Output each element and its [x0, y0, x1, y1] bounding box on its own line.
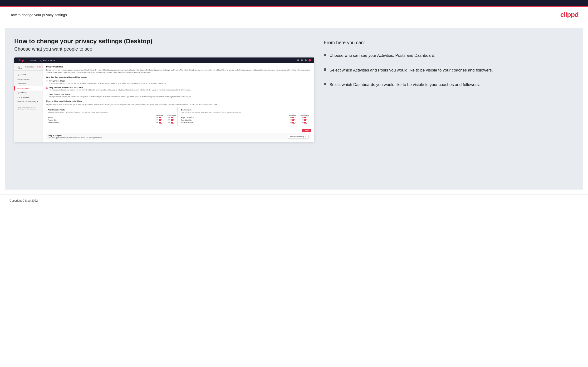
menu-icon	[301, 59, 303, 61]
help-bar: Help & Support Visit our Clippd communit…	[46, 133, 311, 140]
from-here-title: From here you can:	[324, 40, 574, 45]
page-title: How to change your privacy settings (Des…	[14, 38, 314, 45]
bullet-text-3: Select which Dashboards you would like t…	[329, 82, 480, 88]
tab-connections[interactable]: Connections	[24, 65, 36, 70]
dashboard-player-row: Player Dashboard ON ON	[181, 117, 310, 118]
page-subtitle: Choose what you want people to see	[14, 46, 314, 52]
manual-coaches-toggle[interactable]	[159, 122, 162, 124]
rounds-followers-toggle[interactable]	[171, 117, 174, 118]
bullet-item-1: Choose who can see your Activities, Post…	[324, 52, 574, 59]
avatar	[309, 59, 311, 61]
bullet-item-2: Select which Activities and Posts you wo…	[324, 67, 574, 73]
dashboard-insights-row: Round Insights ON ON	[181, 119, 310, 121]
app-sidebar: My Profile Connections Settings My Accou…	[14, 63, 43, 142]
app-nav-right	[297, 59, 311, 61]
player-followers-toggle[interactable]	[304, 117, 307, 118]
dashboards-panel-desc: Select the types of activity that you'd …	[181, 112, 310, 113]
feature-section-title: Show or hide specific features in Clippd	[46, 100, 311, 102]
right-section: From here you can: Choose who can see yo…	[324, 38, 574, 180]
activities-col-headers: COACHES FOLLOWERS	[48, 115, 176, 116]
radio-followers-coach-content: Only Approved Followers and Your Coach O…	[50, 87, 190, 91]
save-button[interactable]: Save	[302, 129, 311, 132]
footer-text: Copyright Clippd 2022	[9, 199, 38, 202]
practice-followers-toggle[interactable]	[171, 119, 174, 121]
left-section: How to change your privacy settings (Des…	[14, 38, 314, 180]
sidebar-item-data-integrations[interactable]: Data Integrations ›	[14, 77, 43, 82]
help-bar-desc: Visit our Clippd community to troublesho…	[49, 137, 102, 139]
app-version: Clippd Client Version: 2022.8.2SQL Serve…	[14, 105, 43, 112]
app-section-title: Privacy Controls	[46, 66, 311, 68]
radio-only-coach[interactable]: Only You and Your Coach Only you and the…	[46, 93, 311, 98]
app-nav-home: Home	[30, 59, 36, 61]
bullet-square-1	[324, 54, 326, 56]
feature-grid: Activities and Posts Select the types of…	[46, 107, 311, 126]
radio-only-coach-circle[interactable]	[46, 94, 48, 95]
who-can-see-title: Who Can See Your Activities and Dashboar…	[46, 76, 311, 78]
radio-followers-coach[interactable]: Only Approved Followers and Your Coach O…	[46, 87, 311, 91]
top-bar	[0, 0, 588, 7]
activity-manual-row: Manual Activities ON ON	[48, 122, 176, 124]
workOn-followers-toggle[interactable]	[304, 122, 307, 124]
app-nav-bar: clippd Home My Performance	[14, 58, 314, 63]
bullet-square-3	[324, 83, 326, 85]
rounds-coaches-toggle[interactable]	[159, 117, 162, 118]
radio-everyone-content: Everyone on Clippd Everyone on Clippd ca…	[50, 80, 166, 84]
app-body: My Profile Connections Settings My Accou…	[14, 63, 314, 142]
insights-followers-toggle[interactable]	[304, 119, 307, 121]
external-link-icon: ↗	[305, 136, 306, 138]
sidebar-item-service-privacy[interactable]: Service & Privacy Policy ↗	[14, 100, 43, 104]
sidebar-item-my-account[interactable]: My Account ›	[14, 72, 43, 77]
bullet-item-3: Select which Dashboards you would like t…	[324, 82, 574, 88]
bullet-list: Choose who can see your Activities, Post…	[324, 52, 574, 88]
player-coaches-toggle[interactable]	[292, 117, 295, 118]
activities-panel-desc: Select the types of activity that you'd …	[48, 112, 176, 113]
radio-everyone-circle[interactable]	[46, 80, 48, 82]
visit-community-button[interactable]: Visit Our Community ↗	[288, 135, 309, 139]
activities-panel: Activities and Posts Select the types of…	[46, 107, 178, 126]
header-title: How to change your privacy settings	[9, 13, 67, 17]
app-nav-links: Home My Performance	[30, 59, 55, 61]
radio-only-coach-content: Only You and Your Coach Only you and the…	[50, 93, 191, 98]
manual-followers-toggle[interactable]	[171, 122, 174, 124]
dashboards-panel: Dashboards Select the types of activity …	[180, 107, 311, 126]
app-section-desc: Control how you and your data appears to…	[46, 69, 311, 74]
sidebar-item-subscription[interactable]: Subscription ›	[14, 82, 43, 86]
app-main-area: Privacy Controls Control how you and you…	[43, 63, 314, 142]
dashboards-col-headers: COACHES FOLLOWERS	[181, 115, 310, 116]
bullet-text-2: Select which Activities and Posts you wo…	[329, 67, 493, 73]
settings-icon	[305, 59, 307, 61]
app-screenshot: clippd Home My Performance My Profil	[14, 58, 314, 142]
header: How to change your privacy settings clip…	[0, 7, 588, 23]
dashboard-workOn-row: What To Work On ON ON	[181, 122, 310, 124]
sidebar-item-help-support[interactable]: Help & Support ↗	[14, 95, 43, 100]
feature-desc: Regardless of the privacy controls that …	[46, 104, 311, 105]
sidebar-item-my-golf-bag[interactable]: My Golf Bag ›	[14, 91, 43, 95]
radio-followers-coach-circle[interactable]	[46, 87, 48, 89]
dashboards-panel-title: Dashboards	[181, 109, 310, 111]
radio-everyone[interactable]: Everyone on Clippd Everyone on Clippd ca…	[46, 80, 311, 84]
help-bar-text: Help & Support Visit our Clippd communit…	[49, 135, 102, 139]
practice-coaches-toggle[interactable]	[159, 119, 162, 121]
activity-practice-row: Practice Drills ON ON	[48, 119, 176, 121]
activities-panel-title: Activities and Posts	[48, 109, 176, 111]
bullet-square-2	[324, 68, 326, 71]
help-bar-title: Help & Support	[49, 135, 102, 137]
app-nav-performance: My Performance	[40, 59, 55, 61]
logo: clippd	[560, 11, 579, 18]
main-content: How to change your privacy settings (Des…	[5, 28, 583, 190]
sidebar-item-privacy-controls[interactable]: Privacy Controls ›	[14, 86, 43, 91]
header-divider	[9, 23, 579, 23]
save-bar: Save	[46, 128, 311, 133]
insights-coaches-toggle[interactable]	[292, 119, 295, 121]
tab-my-profile[interactable]: My Profile	[16, 65, 24, 70]
workOn-coaches-toggle[interactable]	[292, 122, 295, 124]
activity-rounds-row: Rounds ON ON	[48, 117, 176, 118]
app-sidebar-tabs: My Profile Connections Settings	[14, 65, 43, 71]
search-icon	[297, 59, 299, 61]
footer: Copyright Clippd 2022	[0, 194, 588, 206]
app-logo-icon: clippd	[17, 59, 25, 62]
bullet-text-1: Choose who can see your Activities, Post…	[329, 52, 435, 59]
